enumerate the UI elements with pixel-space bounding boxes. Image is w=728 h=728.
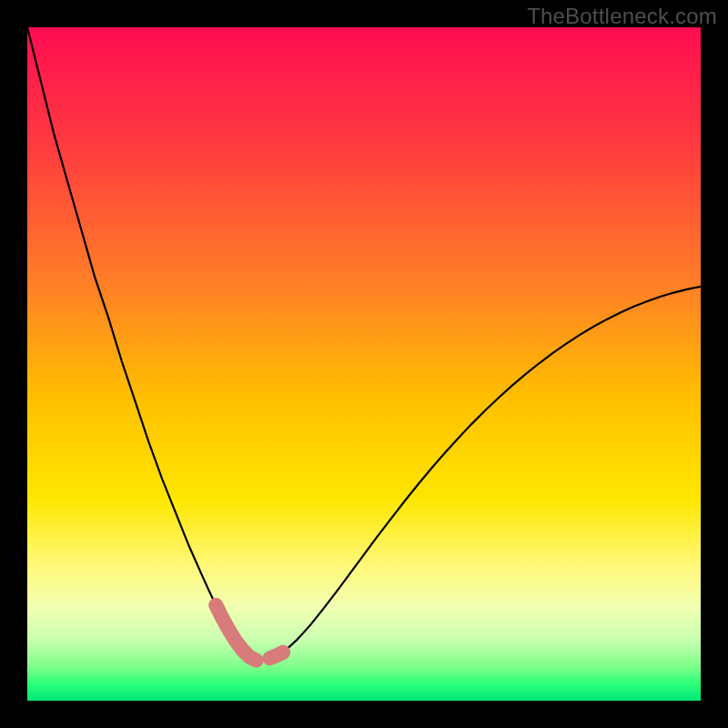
watermark-text: TheBottleneck.com — [527, 4, 717, 29]
highlight-segment-left — [216, 605, 256, 661]
highlight-segment-right — [269, 652, 283, 659]
chart-frame: TheBottleneck.com — [0, 0, 728, 728]
bottleneck-curve — [27, 27, 701, 661]
curve-layer — [27, 27, 701, 701]
plot-area — [27, 27, 701, 701]
